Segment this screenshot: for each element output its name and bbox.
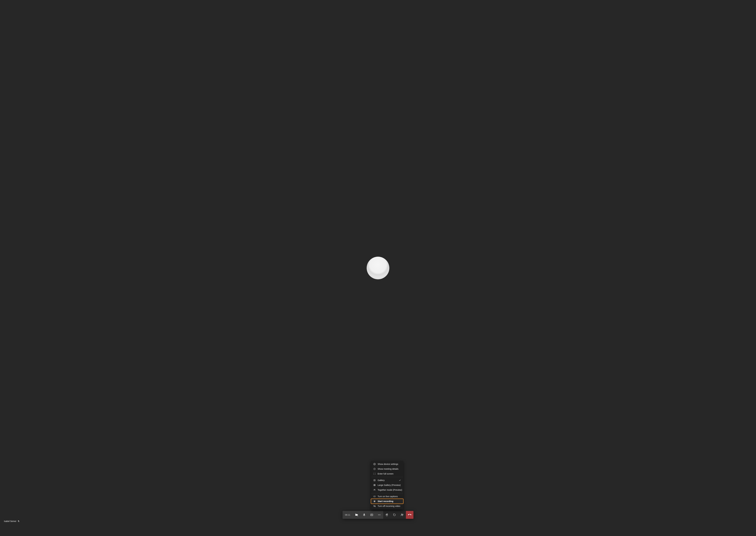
meeting-toolbar: 06:11 [342,511,414,519]
leave-call-button[interactable] [406,511,414,519]
menu-label: Start recording [378,500,401,502]
svg-point-12 [374,489,374,490]
more-actions-button[interactable] [376,511,383,519]
participants-button[interactable] [398,511,406,519]
toolbar-section-primary: 06:11 [342,511,383,519]
hand-icon [385,513,389,516]
participant-avatar [367,257,389,279]
video-off-icon [373,505,376,507]
camera-toggle-button[interactable] [353,511,360,519]
share-tray-icon [370,513,373,516]
grid-3x3-icon [373,484,376,486]
svg-point-24 [378,515,378,515]
grid-2x2-icon [373,479,376,482]
menu-label: Gallery [378,479,397,482]
mic-muted-icon [18,520,20,522]
menu-label: Together mode (Preview) [378,489,402,491]
menu-label: Show device settings [378,463,401,465]
people-icon [401,513,404,517]
chat-icon [393,513,396,516]
chat-button[interactable] [391,511,398,519]
svg-point-14 [375,489,375,490]
hangup-icon [408,513,412,517]
svg-point-27 [401,514,402,515]
menu-item-full-screen[interactable]: Enter full screen [371,471,403,476]
menu-label: Large Gallery (Preview) [378,484,401,486]
svg-point-13 [374,489,375,489]
menu-label: Show meeting details [378,468,401,470]
camera-off-icon [355,513,358,517]
mic-icon [363,513,366,516]
menu-item-large-gallery[interactable]: Large Gallery (Preview) [371,483,403,487]
share-screen-button[interactable] [368,511,376,519]
toolbar-section-secondary [383,511,406,519]
gear-icon [373,463,376,465]
participant-name-bar: Isabel Semer [4,520,20,522]
menu-label: Enter full screen [378,473,401,475]
fullscreen-icon [373,472,376,475]
menu-label: Turn on live captions [378,495,401,498]
menu-item-live-captions[interactable]: Turn on live captions [371,494,403,499]
menu-item-incoming-video-off[interactable]: Turn off incoming video [371,504,403,509]
svg-rect-7 [374,484,375,486]
cc-icon [373,495,376,498]
meeting-timer: 06:11 [342,511,353,519]
record-icon [373,500,376,503]
meeting-canvas: Show device settings Show meeting detail… [0,0,756,536]
svg-point-25 [379,515,379,515]
svg-point-28 [403,514,403,515]
svg-point-26 [380,515,380,515]
menu-item-gallery[interactable]: Gallery [371,478,403,483]
menu-item-device-settings[interactable]: Show device settings [371,462,403,466]
info-icon [373,468,376,470]
menu-item-start-recording[interactable]: Start recording [371,499,403,504]
svg-rect-15 [374,496,376,497]
check-icon [399,479,401,481]
ellipsis-icon [378,513,381,516]
participant-name: Isabel Semer [4,520,16,522]
svg-line-19 [374,505,376,507]
raise-hand-button[interactable] [383,511,391,519]
together-mode-icon [373,488,376,491]
participant-avatar-wrap [367,257,389,279]
svg-point-17 [374,501,375,502]
menu-item-meeting-details[interactable]: Show meeting details [371,466,403,471]
menu-item-together-mode[interactable]: Together mode (Preview) [371,487,403,492]
svg-point-0 [374,464,375,464]
menu-label: Turn off incoming video [378,505,401,507]
more-actions-menu: Show device settings Show meeting detail… [371,461,403,509]
mic-toggle-button[interactable] [360,511,368,519]
